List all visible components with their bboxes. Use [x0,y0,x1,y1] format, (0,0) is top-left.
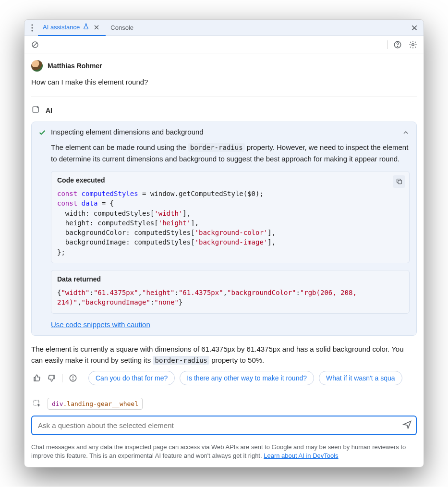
context-element-tag[interactable]: div.landing-gear__wheel [48,398,143,410]
tab-bar: AI assistance Console [24,20,424,36]
svg-point-1 [31,27,33,28]
ai-summary: The element is currently a square with d… [24,342,424,371]
ai-sparkle-icon [31,105,41,116]
svg-point-2 [31,30,33,31]
select-element-icon[interactable] [31,398,43,409]
help-icon[interactable] [392,39,403,50]
inline-code: border-radius [153,356,209,365]
report-icon[interactable] [67,372,79,384]
avatar [31,60,43,72]
devtools-window: AI assistance Console [24,19,424,467]
svg-point-0 [31,24,33,25]
data-returned-box: Data returned {"width":"61.4375px","heig… [51,270,410,314]
data-returned-title: Data returned [57,275,403,283]
svg-point-10 [73,380,73,380]
clear-icon[interactable] [29,39,41,50]
chevron-up-icon[interactable] [402,129,410,138]
toolbar [24,36,424,53]
chat-content: Matthias Rohmer How can I make this elem… [24,53,424,467]
code-executed-title: Code executed [57,176,403,184]
svg-point-5 [397,46,398,47]
code-executed-box: Code executed const computedStyles = win… [51,171,410,263]
close-panel-icon[interactable] [410,24,419,32]
user-name: Matthias Rohmer [48,62,102,70]
step-title: Inspecting element dimensions and backgr… [51,128,397,136]
suggestion-chip[interactable]: What if it wasn't a squa [319,371,402,385]
thumbs-up-icon[interactable] [31,372,43,384]
data-returned-block: {"width":"61.4375px","height":"61.4375px… [57,288,403,307]
ai-label: AI [46,107,52,114]
code-block: const computedStyles = window.getCompute… [57,189,403,257]
input-row [24,414,424,440]
tab-console[interactable]: Console [106,20,138,36]
step-description: The element can be made round using the … [32,138,416,171]
check-icon [38,129,46,138]
svg-rect-8 [398,180,402,184]
close-tab-icon[interactable] [92,23,101,32]
disclaimer-link[interactable]: Learn about AI in DevTools [264,452,338,459]
kebab-menu-icon[interactable] [26,22,38,34]
settings-gear-icon[interactable] [407,39,419,50]
copy-icon[interactable] [393,175,405,188]
flask-icon [83,23,89,31]
thumbs-down-icon[interactable] [46,372,57,384]
tab-label: AI assistance [43,24,80,31]
tab-ai-assistance[interactable]: AI assistance [38,20,106,36]
svg-point-6 [412,43,414,46]
suggestion-chip[interactable]: Is there any other way to make it round? [180,371,314,385]
suggestion-chip[interactable]: Can you do that for me? [88,371,175,385]
ai-header: AI [24,97,424,116]
caution-row: Use code snippets with caution [32,320,416,335]
inspection-step-card: Inspecting element dimensions and backgr… [31,122,417,336]
caution-link[interactable]: Use code snippets with caution [51,320,150,329]
inline-code: border-radius [188,143,245,152]
question-input[interactable] [31,416,417,435]
context-row: div.landing-gear__wheel [24,394,424,414]
send-icon[interactable] [402,420,412,431]
tab-label: Console [110,24,133,31]
disclaimer: Chat messages and any data the inspected… [24,440,424,467]
user-question: How can I make this element round? [31,76,417,88]
user-message: Matthias Rohmer How can I make this elem… [24,53,424,97]
feedback-row: Can you do that for me? Is there any oth… [24,371,424,394]
